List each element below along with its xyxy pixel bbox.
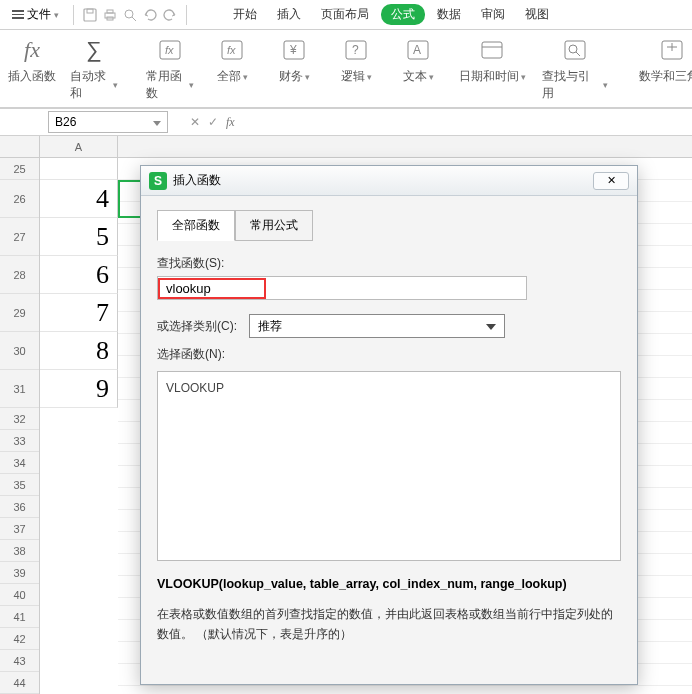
- cell[interactable]: [40, 158, 118, 180]
- ribbon-label: 文本: [403, 68, 427, 85]
- svg-point-5: [125, 10, 133, 18]
- svg-text:fx: fx: [165, 44, 174, 56]
- chevron-down-icon: ▾: [305, 72, 310, 82]
- cell[interactable]: 4: [40, 180, 118, 218]
- separator: [186, 5, 187, 25]
- row-header[interactable]: 44: [0, 672, 39, 694]
- search-function-input[interactable]: [160, 281, 264, 296]
- print-icon[interactable]: [102, 7, 118, 23]
- tab-start[interactable]: 开始: [225, 2, 265, 27]
- tab-all-functions[interactable]: 全部函数: [157, 210, 235, 241]
- row-header[interactable]: 43: [0, 650, 39, 672]
- tab-review[interactable]: 审阅: [473, 2, 513, 27]
- cell[interactable]: 6: [40, 256, 118, 294]
- row-header[interactable]: 27: [0, 218, 39, 256]
- row-header[interactable]: 30: [0, 332, 39, 370]
- search-label: 查找函数(S):: [157, 255, 621, 272]
- chevron-down-icon: ▾: [189, 80, 194, 90]
- list-item[interactable]: VLOOKUP: [164, 378, 614, 398]
- math-button[interactable]: 数学和三角▾: [636, 36, 692, 85]
- fx-icon[interactable]: fx: [226, 115, 235, 130]
- redo-icon[interactable]: [162, 7, 178, 23]
- accept-icon[interactable]: ✓: [208, 115, 218, 129]
- math-icon: [658, 36, 686, 64]
- insert-function-dialog: S 插入函数 ✕ 全部函数 常用公式 查找函数(S): 或选择类别(C): 推荐…: [140, 165, 638, 685]
- row-header[interactable]: 33: [0, 430, 39, 452]
- autosum-button[interactable]: ∑ 自动求和▾: [70, 36, 118, 102]
- row-header[interactable]: 28: [0, 256, 39, 294]
- lookup-button[interactable]: 查找与引用▾: [542, 36, 608, 102]
- currency-icon: ¥: [280, 36, 308, 64]
- row-header[interactable]: 34: [0, 452, 39, 474]
- row-header[interactable]: 32: [0, 408, 39, 430]
- category-label: 或选择类别(C):: [157, 318, 237, 335]
- row-header[interactable]: 35: [0, 474, 39, 496]
- tab-insert[interactable]: 插入: [269, 2, 309, 27]
- tab-view[interactable]: 视图: [517, 2, 557, 27]
- close-button[interactable]: ✕: [593, 172, 629, 190]
- svg-line-6: [132, 17, 136, 21]
- dialog-titlebar[interactable]: S 插入函数 ✕: [141, 166, 637, 196]
- svg-rect-1: [87, 9, 93, 13]
- category-select[interactable]: 推荐: [249, 314, 505, 338]
- tab-data[interactable]: 数据: [429, 2, 469, 27]
- close-icon: ✕: [607, 174, 616, 187]
- cell[interactable]: 7: [40, 294, 118, 332]
- cell[interactable]: 9: [40, 370, 118, 408]
- tab-layout[interactable]: 页面布局: [313, 2, 377, 27]
- undo-icon[interactable]: [142, 7, 158, 23]
- chevron-down-icon: ▾: [367, 72, 372, 82]
- ribbon: fx 插入函数 ∑ 自动求和▾ fx 常用函数▾ fx 全部▾ ¥ 财务▾ ? …: [0, 30, 692, 108]
- all-functions-button[interactable]: fx 全部▾: [208, 36, 256, 85]
- row-header[interactable]: 25: [0, 158, 39, 180]
- chevron-down-icon: ▾: [243, 72, 248, 82]
- ribbon-label: 插入函数: [8, 68, 56, 85]
- tab-common-formulas[interactable]: 常用公式: [235, 210, 313, 241]
- row-header[interactable]: 38: [0, 540, 39, 562]
- ribbon-label: 自动求和: [70, 68, 111, 102]
- column-header-a[interactable]: A: [40, 136, 118, 158]
- cell[interactable]: 5: [40, 218, 118, 256]
- fx-box-icon: fx: [218, 36, 246, 64]
- svg-point-20: [569, 45, 577, 53]
- row-header[interactable]: 42: [0, 628, 39, 650]
- finance-button[interactable]: ¥ 财务▾: [270, 36, 318, 85]
- formula-input[interactable]: [241, 111, 692, 133]
- svg-text:A: A: [413, 43, 421, 57]
- save-icon[interactable]: [82, 7, 98, 23]
- function-listbox[interactable]: VLOOKUP: [157, 371, 621, 561]
- svg-text:?: ?: [352, 43, 359, 57]
- datetime-button[interactable]: 日期和时间▾: [456, 36, 528, 85]
- row-header[interactable]: 41: [0, 606, 39, 628]
- row-header[interactable]: 26: [0, 180, 39, 218]
- row-header[interactable]: 40: [0, 584, 39, 606]
- sigma-icon: ∑: [80, 36, 108, 64]
- cell[interactable]: 8: [40, 332, 118, 370]
- chevron-down-icon: ▾: [603, 80, 608, 90]
- row-header[interactable]: 37: [0, 518, 39, 540]
- question-icon: ?: [342, 36, 370, 64]
- fx-star-icon: fx: [156, 36, 184, 64]
- row-header[interactable]: 39: [0, 562, 39, 584]
- row-header[interactable]: 29: [0, 294, 39, 332]
- recent-functions-button[interactable]: fx 常用函数▾: [146, 36, 194, 102]
- tab-formula[interactable]: 公式: [381, 4, 425, 25]
- text-button[interactable]: A 文本▾: [394, 36, 442, 85]
- column-headers[interactable]: [118, 136, 692, 158]
- chevron-down-icon: ▾: [429, 72, 434, 82]
- cancel-icon[interactable]: ✕: [190, 115, 200, 129]
- insert-function-button[interactable]: fx 插入函数: [8, 36, 56, 85]
- print-preview-icon[interactable]: [122, 7, 138, 23]
- hamburger-icon: [12, 10, 24, 19]
- dialog-tabs: 全部函数 常用公式: [157, 210, 621, 241]
- ribbon-label: 日期和时间: [459, 68, 519, 85]
- file-menu[interactable]: 文件 ▾: [6, 3, 65, 26]
- row-header[interactable]: 31: [0, 370, 39, 408]
- ribbon-label: 全部: [217, 68, 241, 85]
- name-box[interactable]: B26: [48, 111, 168, 133]
- highlight-box: [158, 278, 266, 299]
- select-all-corner[interactable]: [0, 136, 39, 158]
- logic-button[interactable]: ? 逻辑▾: [332, 36, 380, 85]
- svg-rect-19: [565, 41, 585, 59]
- row-header[interactable]: 36: [0, 496, 39, 518]
